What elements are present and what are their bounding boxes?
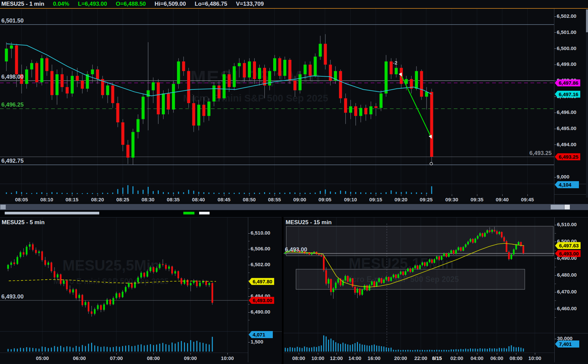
volume-bar <box>405 350 406 352</box>
time-tick-label: 08:20 <box>91 197 104 202</box>
volume-bar <box>345 344 346 352</box>
volume-bar <box>163 192 164 194</box>
price-axis-15min[interactable]: 6,510.006,500.006,490.006,480.006,470.00… <box>554 217 588 362</box>
price-tick-label: 6,494.00 <box>557 141 576 147</box>
time-tick-mark <box>42 353 43 355</box>
volume-bar <box>168 192 169 194</box>
price-axis-5min[interactable]: 6,510.006,506.006,502.006,498.006,494.00… <box>248 217 282 362</box>
price-line-label: 6,501.50 <box>1 17 24 24</box>
price-tick-label: 6,480.00 <box>557 272 577 278</box>
vertical-scrollbar-thumb[interactable] <box>586 9 588 32</box>
candle-down <box>253 62 256 79</box>
price-tick-label: 6,506.00 <box>251 246 270 251</box>
scroll-left-button[interactable] <box>0 205 6 209</box>
volume-bar <box>169 345 170 352</box>
volume-bar <box>388 348 389 352</box>
candle-down <box>388 277 390 281</box>
time-tick-label: 20:00 <box>394 355 407 361</box>
candlestick-plot-15min[interactable] <box>284 217 554 353</box>
volume-bar <box>133 186 134 194</box>
volume-bar <box>94 346 95 352</box>
volume-bar <box>422 350 423 352</box>
candle-down <box>88 302 89 311</box>
volume-bar <box>32 348 33 352</box>
candle-up <box>116 293 117 298</box>
candle-up <box>344 276 346 280</box>
time-tick-mark <box>274 194 275 196</box>
time-tick-label: 08:35 <box>167 197 180 202</box>
volume-bar <box>144 346 145 352</box>
volume-bar <box>381 346 382 352</box>
candle-up <box>152 82 155 90</box>
price-tick-mark <box>248 296 250 297</box>
candle-up <box>441 256 442 260</box>
candle-down <box>162 264 164 265</box>
volume-bar <box>66 346 67 352</box>
candle-up <box>376 282 377 286</box>
volume-bar <box>352 344 353 352</box>
volume-bar <box>97 346 98 352</box>
volume-bar <box>92 193 93 194</box>
volume-bar <box>472 349 473 352</box>
time-axis-5min[interactable]: 05:0006:0007:0008:0009:0010:00 <box>0 353 248 363</box>
candle-down <box>15 45 18 74</box>
candle-up <box>71 76 74 93</box>
volume-bar <box>439 350 440 352</box>
volume-bar <box>104 347 105 352</box>
candle-up <box>112 298 114 305</box>
volume-bar <box>107 193 108 194</box>
price-minor-tick <box>555 267 556 267</box>
candle-down <box>171 267 173 274</box>
volume-bar <box>153 345 154 352</box>
price-tick-mark <box>555 225 556 225</box>
candlestick-plot-1min[interactable]: -2 <box>0 9 554 194</box>
candle-down <box>395 275 397 278</box>
volume-bar <box>116 346 117 352</box>
title-bar: MESU25 - 1 min 0.04% L=6,493.00 O=6,488.… <box>0 0 588 9</box>
volume-bar <box>214 193 215 194</box>
candle-down <box>131 283 133 288</box>
candlestick-plot-5min[interactable] <box>0 217 248 353</box>
candle-up <box>38 251 40 253</box>
volume-grid-tick <box>248 342 250 342</box>
time-tick-mark <box>148 194 148 196</box>
scrollbar-thumb[interactable] <box>551 205 564 209</box>
volume-bar <box>6 192 7 194</box>
scroll-right-button[interactable] <box>564 205 570 209</box>
time-tick-mark <box>527 194 528 196</box>
volume-bar <box>162 343 163 352</box>
volume-bar <box>319 346 320 352</box>
volume-bar <box>304 347 305 352</box>
volume-bar <box>153 191 154 194</box>
time-axis-15min[interactable]: 08:0010:0012:0014:0016:0020:0022:008/150… <box>284 353 554 363</box>
volume-bar <box>340 344 341 352</box>
volume-bar <box>97 193 98 194</box>
volume-bar <box>480 348 481 352</box>
volume-bar <box>398 350 399 352</box>
time-tick-mark <box>325 194 325 196</box>
price-chip: 6,497.86 <box>555 79 580 86</box>
time-tick-mark <box>497 353 497 355</box>
price-chip: 6,497.16 <box>555 91 580 98</box>
candle-down <box>506 241 507 252</box>
price-axis-1min[interactable]: 6,502.006,501.006,500.006,499.006,498.00… <box>554 9 588 204</box>
candle-up <box>465 244 467 247</box>
volume-bar <box>29 348 30 352</box>
volume-bar <box>85 346 86 352</box>
price-tick-mark <box>555 242 556 242</box>
volume-bar <box>511 345 512 352</box>
volume-bar <box>72 193 73 194</box>
horizontal-scrollbar[interactable] <box>0 204 588 210</box>
time-axis-1min[interactable]: 08:0508:1008:1508:2008:2508:3008:3508:40… <box>0 194 554 204</box>
price-tick-label: 6,490.00 <box>251 309 270 315</box>
vertical-scrollbar[interactable] <box>586 9 588 198</box>
volume-bar <box>113 347 114 352</box>
candle-up <box>197 105 200 126</box>
candle-up <box>371 281 373 285</box>
price-tick-label: 6,510.00 <box>251 230 270 236</box>
candle-up <box>248 62 251 78</box>
divider-scroll-segment[interactable] <box>5 212 99 214</box>
price-chip: 6,497.63 <box>555 242 581 249</box>
volume-bar <box>21 192 22 194</box>
time-tick-label: 02:00 <box>450 355 463 361</box>
